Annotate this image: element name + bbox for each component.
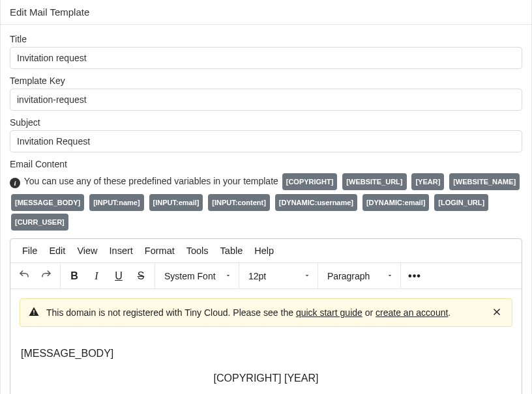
panel-body: Title Template Key Subject Email Content… <box>1 25 531 394</box>
chevron-down-icon <box>386 271 394 281</box>
bold-icon: B <box>70 270 78 282</box>
svg-rect-1 <box>33 313 35 315</box>
editor-body[interactable]: [MESSAGE_BODY] [COPYRIGHT] [YEAR] [WEBSI… <box>20 327 512 394</box>
title-label: Title <box>10 34 522 44</box>
template-key-input[interactable] <box>10 89 522 111</box>
redo-icon <box>40 269 52 283</box>
bold-button[interactable]: B <box>63 265 85 287</box>
underline-button[interactable]: U <box>108 265 130 287</box>
italic-icon: I <box>95 270 98 282</box>
quick-start-link[interactable]: quick start guide <box>296 307 362 318</box>
warning-icon <box>28 306 40 320</box>
variable-tag[interactable]: [INPUT:email] <box>149 194 203 211</box>
variable-tag[interactable]: [WEBSITE_URL] <box>342 173 406 190</box>
menu-format[interactable]: Format <box>140 243 180 259</box>
block-format-select[interactable]: Paragraph <box>321 265 398 287</box>
editor-content-area[interactable]: This domain is not registered with Tiny … <box>10 289 522 394</box>
rich-text-editor: File Edit View Insert Format Tools Table… <box>10 238 522 394</box>
font-size-value: 12pt <box>248 271 266 281</box>
menu-view[interactable]: View <box>72 243 102 259</box>
edit-mail-template-panel: Edit Mail Template Title Template Key Su… <box>0 0 532 394</box>
template-key-label: Template Key <box>10 76 522 86</box>
font-family-value: System Font <box>164 271 216 281</box>
variable-tag[interactable]: [WEBSITE_NAME] <box>449 173 520 190</box>
menu-table[interactable]: Table <box>215 243 248 259</box>
variables-hint-text: You can use any of these predefined vari… <box>24 176 278 186</box>
variable-tag[interactable]: [LOGIN_URL] <box>434 194 488 211</box>
menu-help[interactable]: Help <box>249 243 279 259</box>
body-line: [MESSAGE_BODY] <box>21 348 511 359</box>
undo-icon <box>18 269 30 283</box>
create-account-link[interactable]: create an account <box>376 307 448 318</box>
title-input[interactable] <box>10 47 522 69</box>
svg-rect-0 <box>33 310 35 313</box>
variable-tag[interactable]: [DYNAMIC:email] <box>362 194 429 211</box>
email-content-label: Email Content <box>10 159 522 169</box>
font-family-select[interactable]: System Font <box>158 265 236 287</box>
close-warning-button[interactable] <box>490 305 504 320</box>
warning-text: This domain is not registered with Tiny … <box>46 307 483 318</box>
panel-title: Edit Mail Template <box>1 0 531 25</box>
variable-tag[interactable]: [MESSAGE_BODY] <box>11 194 84 211</box>
chevron-down-icon <box>303 271 311 281</box>
variable-tag[interactable]: [INPUT:content] <box>208 194 270 211</box>
body-line: [COPYRIGHT] [YEAR] <box>21 373 511 384</box>
strikethrough-icon: S <box>138 270 145 282</box>
font-size-select[interactable]: 12pt <box>242 265 315 287</box>
editor-toolbar: B I U S System Font <box>10 263 522 289</box>
italic-button[interactable]: I <box>85 265 108 287</box>
menu-edit[interactable]: Edit <box>44 243 70 259</box>
block-format-value: Paragraph <box>327 271 370 281</box>
strikethrough-button[interactable]: S <box>130 265 152 287</box>
subject-input[interactable] <box>10 130 522 152</box>
undo-button[interactable] <box>13 265 35 287</box>
tiny-cloud-warning: This domain is not registered with Tiny … <box>20 298 512 327</box>
variable-tag[interactable]: [CURR_USER] <box>11 214 68 231</box>
more-button[interactable]: ••• <box>404 265 426 287</box>
variable-tag[interactable]: [COPYRIGHT] <box>282 173 338 190</box>
variables-hint: i You can use any of these predefined va… <box>10 172 522 191</box>
menu-file[interactable]: File <box>17 243 42 259</box>
editor-menubar: File Edit View Insert Format Tools Table… <box>10 239 522 263</box>
chevron-down-icon <box>224 271 232 281</box>
variable-tag[interactable]: [DYNAMIC:username] <box>275 194 357 211</box>
info-icon: i <box>10 178 20 188</box>
underline-icon: U <box>115 270 123 282</box>
close-icon <box>492 307 501 318</box>
menu-tools[interactable]: Tools <box>181 243 214 259</box>
redo-button[interactable] <box>35 265 57 287</box>
variable-tag[interactable]: [INPUT:name] <box>89 194 144 211</box>
menu-insert[interactable]: Insert <box>104 243 138 259</box>
more-icon: ••• <box>408 270 421 282</box>
variable-tag[interactable]: [YEAR] <box>411 173 444 190</box>
variables-row-2: [MESSAGE_BODY] [INPUT:name] [INPUT:email… <box>10 193 522 232</box>
subject-label: Subject <box>10 117 522 128</box>
